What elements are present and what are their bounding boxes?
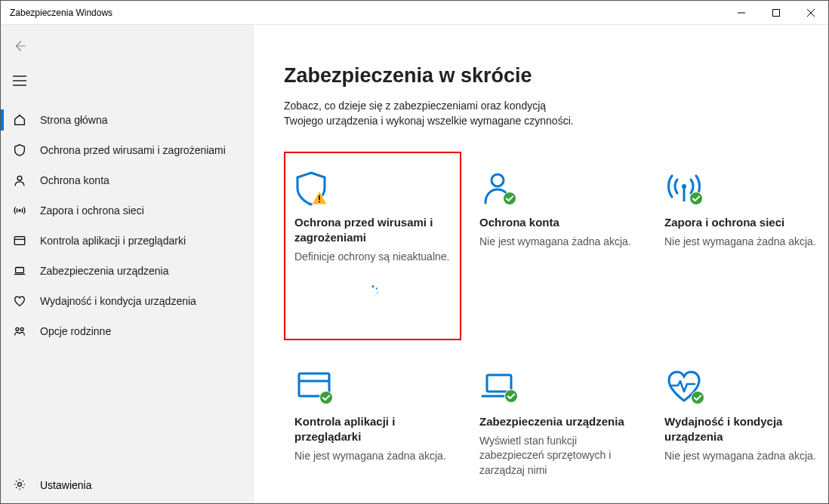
antenna-icon [13, 204, 26, 217]
sidebar: Strona główna Ochrona przed wirusami i z… [1, 25, 254, 503]
titlebar: Zabezpieczenia Windows [1, 1, 828, 25]
tile-sub: Nie jest wymagana żadna akcja. [664, 235, 821, 250]
tile-virus[interactable]: Ochrona przed wirusami i zagrożeniami De… [284, 152, 461, 340]
tile-title: Zapora i ochrona sieci [664, 215, 821, 230]
tile-sub: Nie jest wymagana żadna akcja. [294, 449, 451, 464]
svg-point-20 [375, 287, 378, 290]
svg-point-23 [492, 174, 504, 186]
maximize-button[interactable] [759, 1, 794, 25]
tile-device[interactable]: Zabezpieczenia urządzenia Wyświetl stan … [469, 351, 646, 502]
person-icon [13, 174, 26, 187]
hamburger-icon [13, 75, 26, 88]
nav-item-health[interactable]: Wydajność i kondycja urządzenia [1, 286, 253, 316]
tile-title: Ochrona konta [479, 215, 636, 230]
tile-sub: Nie jest wymagana żadna akcja. [479, 235, 636, 250]
svg-point-22 [374, 295, 375, 297]
heart-icon [13, 294, 26, 308]
svg-point-19 [371, 285, 374, 287]
nav-label: Zapora i ochrona sieci [40, 204, 144, 217]
svg-rect-13 [14, 237, 25, 245]
svg-point-16 [16, 327, 19, 330]
tile-sub: Nie jest wymagana żadna akcja. [664, 449, 821, 464]
tile-sub: Wyświetl stan funkcji zabezpieczeń sprzę… [479, 434, 636, 478]
svg-point-12 [19, 210, 20, 211]
shield-warning-icon [294, 168, 451, 215]
nav-item-firewall[interactable]: Zapora i ochrona sieci [1, 195, 253, 226]
nav-label: Ochrona konta [40, 174, 109, 186]
nav-item-settings[interactable]: Ustawienia [1, 467, 253, 503]
gear-icon [13, 478, 26, 493]
laptop-icon [13, 264, 26, 278]
tile-firewall[interactable]: Zapora i ochrona sieci Nie jest wymagana… [654, 152, 828, 340]
tile-title: Zabezpieczenia urządzenia [479, 414, 636, 429]
antenna-ok-icon [664, 168, 821, 215]
nav-item-family[interactable]: Opcje rodzinne [1, 316, 253, 346]
body: Strona główna Ochrona przed wirusami i z… [1, 25, 828, 503]
settings-label: Ustawienia [40, 479, 91, 491]
back-arrow-icon [13, 39, 26, 55]
svg-rect-5 [773, 9, 780, 16]
close-button[interactable] [794, 1, 828, 25]
tile-grid: Ochrona przed wirusami i zagrożeniami De… [284, 152, 798, 502]
nav-label: Opcje rodzinne [40, 325, 111, 337]
tile-app-browser[interactable]: Kontrola aplikacji i przeglądarki Nie je… [284, 351, 461, 502]
page-subtitle: Zobacz, co dzieje się z zabezpieczeniami… [284, 98, 586, 129]
tile-health[interactable]: Wydajność i kondycja urządzenia Nie jest… [654, 351, 828, 502]
nav-item-account[interactable]: Ochrona konta [1, 165, 253, 195]
home-icon [13, 113, 26, 127]
nav: Strona główna Ochrona przed wirusami i z… [1, 105, 253, 346]
nav-item-device[interactable]: Zabezpieczenia urządzenia [1, 256, 253, 286]
family-icon [13, 324, 26, 338]
main-content: Zabezpieczenia w skrócie Zobacz, co dzie… [254, 25, 828, 503]
app-window: Zabezpieczenia Windows [0, 0, 829, 504]
tile-title: Wydajność i kondycja urządzenia [664, 414, 821, 445]
nav-item-home[interactable]: Strona główna [1, 105, 253, 135]
tile-account[interactable]: Ochrona konta Nie jest wymagana żadna ak… [469, 152, 646, 340]
shield-icon [13, 143, 26, 157]
loading-spinner-icon [294, 284, 451, 300]
svg-point-11 [17, 176, 22, 180]
nav-label: Wydajność i kondycja urządzenia [40, 295, 196, 307]
laptop-ok-icon [479, 367, 636, 414]
nav-label: Strona główna [40, 114, 108, 126]
tile-title: Ochrona przed wirusami i zagrożeniami [294, 215, 451, 246]
window-title: Zabezpieczenia Windows [1, 8, 112, 18]
svg-rect-15 [16, 268, 24, 273]
back-button[interactable] [1, 29, 253, 64]
tile-sub: Definicje ochrony są nieaktualne. [294, 250, 451, 265]
nav-item-app-browser[interactable]: Kontrola aplikacji i przeglądarki [1, 226, 253, 256]
nav-item-virus[interactable]: Ochrona przed wirusami i zagrożeniami [1, 135, 253, 165]
page-title: Zabezpieczenia w skrócie [284, 64, 798, 88]
hamburger-button[interactable] [1, 64, 253, 99]
browser-icon [13, 234, 26, 247]
browser-ok-icon [294, 367, 451, 414]
nav-label: Kontrola aplikacji i przeglądarki [40, 235, 186, 247]
tile-title: Kontrola aplikacji i przeglądarki [294, 414, 451, 445]
nav-label: Ochrona przed wirusami i zagrożeniami [40, 144, 226, 156]
svg-rect-28 [487, 375, 511, 392]
svg-point-18 [18, 482, 22, 486]
minimize-button[interactable] [724, 1, 759, 25]
person-ok-icon [479, 168, 636, 215]
svg-point-21 [376, 291, 378, 293]
nav-label: Zabezpieczenia urządzenia [40, 265, 168, 277]
svg-point-17 [20, 327, 23, 330]
heart-ok-icon [664, 367, 821, 414]
